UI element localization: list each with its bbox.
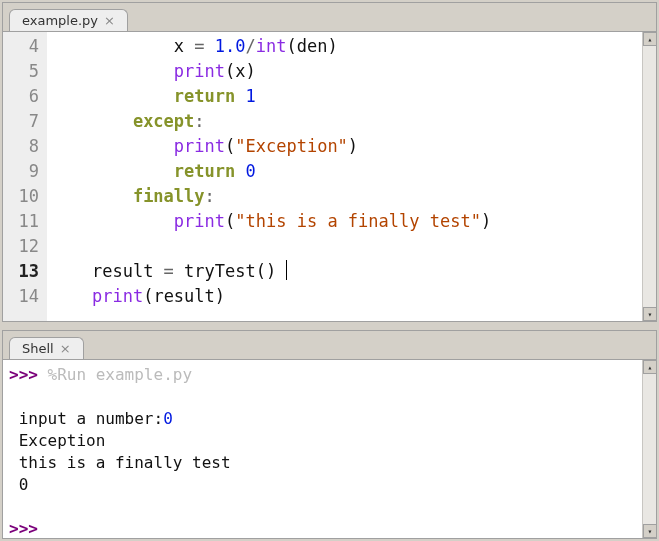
text-cursor (286, 260, 287, 280)
code-line[interactable]: print("Exception") (51, 134, 638, 159)
close-icon[interactable]: × (104, 14, 115, 27)
line-number: 11 (3, 209, 39, 234)
line-number: 10 (3, 184, 39, 209)
shell-content: >>> %Run example.py input a number:0 Exc… (3, 359, 656, 538)
scroll-down-icon[interactable]: ▾ (643, 524, 656, 538)
scroll-up-icon[interactable]: ▴ (643, 32, 656, 46)
line-gutter: 4567891011121314 (3, 32, 47, 321)
shell-tab[interactable]: Shell × (9, 337, 84, 360)
line-number: 5 (3, 59, 39, 84)
code-line[interactable]: print(x) (51, 59, 638, 84)
shell-line: 0 (9, 474, 636, 496)
shell-line (9, 496, 636, 518)
line-number: 14 (3, 284, 39, 309)
code-line[interactable]: finally: (51, 184, 638, 209)
editor-tab[interactable]: example.py × (9, 9, 128, 32)
code-line[interactable] (51, 234, 638, 259)
line-number: 6 (3, 84, 39, 109)
line-number: 4 (3, 34, 39, 59)
editor-tab-label: example.py (22, 13, 98, 28)
code-line[interactable]: result = tryTest() (51, 259, 638, 284)
shell-line: >>> (9, 518, 636, 538)
shell-line: Exception (9, 430, 636, 452)
editor-content: 4567891011121314 x = 1.0/int(den) print(… (3, 31, 656, 321)
line-number: 12 (3, 234, 39, 259)
code-line[interactable]: x = 1.0/int(den) (51, 34, 638, 59)
shell-line: input a number:0 (9, 408, 636, 430)
shell-line (9, 386, 636, 408)
shell-area[interactable]: >>> %Run example.py input a number:0 Exc… (3, 360, 642, 538)
code-line[interactable]: return 1 (51, 84, 638, 109)
shell-tabbar: Shell × (3, 331, 656, 359)
line-number: 13 (3, 259, 39, 284)
shell-line: this is a finally test (9, 452, 636, 474)
code-line[interactable]: print("this is a finally test") (51, 209, 638, 234)
editor-panel: example.py × 4567891011121314 x = 1.0/in… (2, 2, 657, 322)
scroll-up-icon[interactable]: ▴ (643, 360, 656, 374)
shell-line: >>> %Run example.py (9, 364, 636, 386)
shell-scrollbar[interactable]: ▴ ▾ (642, 360, 656, 538)
line-number: 9 (3, 159, 39, 184)
close-icon[interactable]: × (60, 342, 71, 355)
scroll-down-icon[interactable]: ▾ (643, 307, 656, 321)
line-number: 7 (3, 109, 39, 134)
code-line[interactable]: return 0 (51, 159, 638, 184)
line-number: 8 (3, 134, 39, 159)
shell-panel: Shell × >>> %Run example.py input a numb… (2, 330, 657, 539)
editor-tabbar: example.py × (3, 3, 656, 31)
shell-tab-label: Shell (22, 341, 54, 356)
code-line[interactable]: print(result) (51, 284, 638, 309)
code-area[interactable]: x = 1.0/int(den) print(x) return 1 excep… (47, 32, 642, 321)
editor-scrollbar[interactable]: ▴ ▾ (642, 32, 656, 321)
code-line[interactable]: except: (51, 109, 638, 134)
